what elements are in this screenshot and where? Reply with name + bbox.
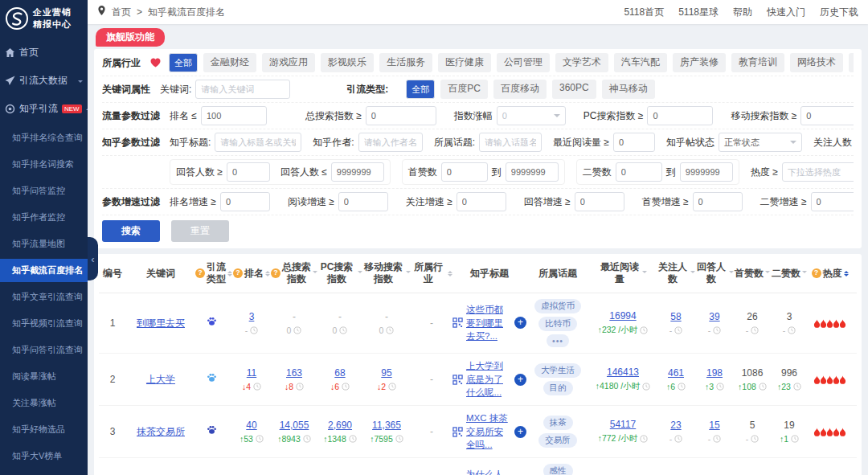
total-search-index-value[interactable]: 14,055 [271, 420, 317, 431]
industry-tag[interactable]: 生活服务 [379, 53, 432, 72]
topbar-link[interactable]: 5118星球 [678, 6, 719, 19]
topic-pill[interactable]: 大学生活 [534, 363, 581, 378]
sort-icon[interactable] [844, 268, 849, 279]
index-gain-select[interactable]: 0 [497, 106, 566, 125]
sort-icon[interactable] [265, 268, 270, 279]
total-search-index-value[interactable]: 163 [271, 367, 317, 379]
rank-value[interactable]: 40 [232, 420, 271, 431]
recent-reads-input[interactable] [613, 133, 655, 152]
breadcrumb-home[interactable]: 首页 [112, 6, 131, 19]
answer-min-input[interactable] [227, 162, 270, 182]
growth-field-input[interactable] [693, 192, 743, 211]
total-index-input[interactable] [366, 106, 436, 125]
column-header-回答人数[interactable]: 回答人数 [695, 261, 734, 285]
pc-index-input[interactable] [647, 106, 713, 125]
help-icon[interactable]: ? [271, 268, 280, 278]
mobile-index-input[interactable] [800, 106, 854, 125]
add-monitor-button[interactable]: + [514, 374, 526, 386]
traffic-type-tag[interactable]: 神马移动 [602, 80, 655, 99]
followers-value[interactable]: 58 [657, 311, 695, 322]
topbar-link[interactable]: 快速入门 [767, 6, 805, 19]
rank-value[interactable]: 3 [232, 311, 271, 322]
first-like-min-input[interactable] [441, 162, 488, 182]
more-topics-pill[interactable]: ••• [547, 334, 569, 347]
heat-select[interactable]: 下拉选择热度 [782, 162, 854, 182]
sidebar-subitem-知乎视频引流查询[interactable]: 知乎视频引流查询 [0, 312, 88, 335]
answer-max-input[interactable] [331, 162, 384, 182]
qrcode-icon[interactable] [452, 375, 463, 385]
followers-value[interactable]: 461 [657, 367, 695, 379]
industry-tag[interactable]: 公司管理 [497, 53, 550, 72]
column-header-排名[interactable]: ?排名 [232, 268, 271, 280]
mobile-search-index-value[interactable]: 95 [362, 367, 411, 379]
sidebar-subitem-好物带货大V榜单[interactable]: 好物带货大V榜单 [0, 471, 88, 475]
sidebar-item-引流大数据[interactable]: 引流大数据 [0, 67, 88, 95]
sidebar-item-知乎引流[interactable]: 知乎引流NEW [0, 95, 88, 123]
industry-tag[interactable]: 游戏应用 [262, 53, 315, 72]
sidebar-subitem-知乎问答引流查询[interactable]: 知乎问答引流查询 [0, 338, 88, 362]
sidebar-subitem-知乎排名词搜索[interactable]: 知乎排名词搜索 [0, 153, 88, 176]
sidebar-subitem-知乎作者监控[interactable]: 知乎作者监控 [0, 206, 88, 229]
sort-icon[interactable] [765, 271, 770, 276]
zhihu-title-link[interactable]: 这些币都要到哪里去买?... [466, 303, 511, 343]
answers-value[interactable]: 15 [695, 420, 734, 431]
add-monitor-button[interactable]: + [514, 317, 526, 329]
help-icon[interactable]: ? [233, 268, 243, 278]
column-header-所属行业[interactable]: 所属行业 [411, 261, 452, 285]
recent-reads-value[interactable]: 54117 [589, 419, 657, 430]
qrcode-icon[interactable] [452, 427, 463, 437]
followers-value[interactable]: 23 [657, 420, 695, 431]
growth-field-input[interactable] [220, 192, 270, 211]
growth-field-input[interactable] [338, 192, 388, 211]
keyword-link[interactable]: 上大学 [146, 374, 175, 385]
rank-value[interactable]: 11 [232, 367, 271, 379]
column-header-关注人数[interactable]: 关注人数 [657, 261, 695, 285]
column-header-引流类型[interactable]: ?引流类型 [195, 261, 232, 285]
sidebar-subitem-阅读暴涨帖[interactable]: 阅读暴涨帖 [0, 365, 88, 388]
mobile-search-index-value[interactable]: 11,365 [362, 420, 411, 431]
zhihu-title-link[interactable]: 为什么人会在夜深人静的... [466, 468, 511, 475]
topic-pill[interactable]: 虚拟货币 [534, 299, 581, 313]
zhihu-title-link[interactable]: MXC 抹茶交易所安全吗... [466, 412, 511, 452]
industry-tag[interactable]: 金融财经 [203, 53, 256, 72]
industry-tag[interactable]: 汽车汽配 [614, 53, 667, 72]
recent-reads-value[interactable]: 146413 [589, 366, 657, 378]
column-header-首赞数[interactable]: 首赞数 [734, 268, 771, 280]
industry-tag[interactable]: 医疗健康 [438, 53, 491, 72]
traffic-type-tag[interactable]: 全部 [406, 80, 435, 99]
traffic-type-tag[interactable]: 百度移动 [493, 80, 547, 99]
post-status-select[interactable]: 正常状态 [719, 133, 802, 152]
answers-value[interactable]: 39 [695, 311, 734, 322]
column-header-PC搜索指数[interactable]: PC搜索指数 [317, 261, 362, 285]
growth-field-input[interactable] [811, 192, 854, 211]
industry-tag[interactable]: 网络技术 [790, 53, 843, 72]
topic-pill[interactable]: 比特币 [538, 317, 577, 331]
traffic-type-tag[interactable]: 百度PC [440, 80, 488, 99]
sidebar-collapse-handle[interactable]: ‹ [88, 237, 98, 280]
traffic-type-tag[interactable]: 360PC [552, 80, 596, 99]
sidebar-subitem-知乎大V榜单[interactable]: 知乎大V榜单 [0, 444, 88, 468]
topic-pill[interactable]: 抹茶 [543, 416, 573, 430]
industry-tag[interactable]: 教育培训 [731, 53, 784, 72]
sidebar-subitem-知乎流量地图[interactable]: 知乎流量地图 [0, 232, 88, 256]
sort-icon[interactable] [642, 271, 647, 276]
sort-icon[interactable] [802, 271, 807, 276]
industry-tag[interactable]: 文学艺术 [555, 53, 608, 72]
topic-pill[interactable]: 目的 [543, 381, 573, 395]
topic-pill[interactable]: 交易所 [538, 433, 577, 448]
pc-search-index-value[interactable]: 68 [317, 367, 362, 379]
sidebar-item-首页[interactable]: 首页 [0, 39, 88, 67]
zhihu-author-input[interactable] [358, 133, 423, 152]
help-icon[interactable]: ? [195, 268, 205, 278]
topbar-link[interactable]: 帮助 [733, 6, 752, 19]
sidebar-subitem-知乎排名综合查询[interactable]: 知乎排名综合查询 [0, 126, 88, 149]
column-header-二赞数[interactable]: 二赞数 [771, 268, 808, 280]
sidebar-subitem-知乎好物选品[interactable]: 知乎好物选品 [0, 418, 88, 441]
add-monitor-button[interactable]: + [514, 426, 526, 438]
rank-max-input[interactable] [201, 106, 267, 125]
sidebar-subitem-知乎文章引流查询[interactable]: 知乎文章引流查询 [0, 285, 88, 309]
sidebar-subitem-知乎截流百度排名[interactable]: 知乎截流百度排名 [0, 259, 88, 282]
column-header-总搜索指数[interactable]: ?总搜索指数 [271, 261, 317, 285]
industry-tag[interactable]: 购物败家 [849, 53, 854, 72]
recent-reads-value[interactable]: 16994 [589, 310, 657, 321]
